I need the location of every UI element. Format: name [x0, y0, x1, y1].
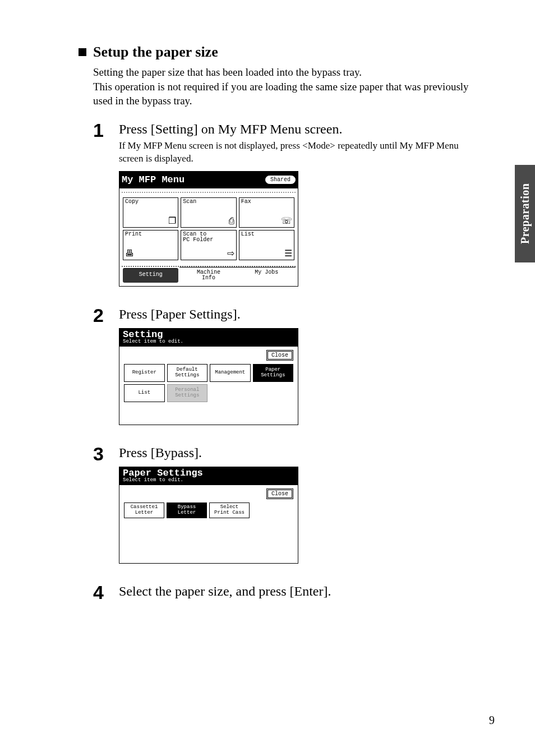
page-number: 9 [489, 714, 495, 727]
footer-my-jobs-button[interactable]: My Jobs [238, 267, 296, 284]
cell-label: Scan to PC Folder [183, 232, 234, 243]
section-heading: Setup the paper size [79, 44, 482, 61]
step-note: If My MFP Menu screen is not displayed, … [119, 140, 478, 165]
document-page: Preparation Setup the paper size Setting… [0, 0, 535, 756]
bullet-square-icon [79, 48, 86, 56]
side-tab-preparation: Preparation [515, 165, 535, 262]
section-intro: Setting the paper size that has been loa… [93, 65, 482, 108]
step-1: 1 Press [Setting] on My MFP Menu screen.… [93, 121, 482, 287]
btn-paper-settings[interactable]: Paper Settings [253, 364, 294, 382]
lcd-paper-settings: Paper Settings Select item to edit. Clos… [119, 467, 298, 564]
footer-machine-info-button[interactable]: Machine Info [179, 267, 237, 284]
cell-scan[interactable]: Scan ⎙ [181, 197, 236, 228]
cell-copy[interactable]: Copy ❐ [123, 197, 178, 228]
shared-button[interactable]: Shared [265, 176, 296, 184]
icon-grid: Copy ❐ Scan ⎙ Fax ☏ [122, 194, 296, 264]
btn-bypass[interactable]: Bypass Letter [167, 503, 207, 518]
cell-label: Fax [241, 199, 292, 205]
lcd-subtitle: Select item to edit. [123, 478, 294, 483]
close-button[interactable]: Close [266, 488, 293, 499]
paper-grid: Cassette1 Letter Bypass Letter Select Pr… [119, 501, 298, 563]
cell-fax[interactable]: Fax ☏ [239, 197, 294, 228]
step-4: 4 Select the paper size, and press [Ente… [93, 583, 482, 602]
btn-default-settings[interactable]: Default Settings [167, 364, 208, 382]
footer-setting-button[interactable]: Setting [123, 268, 178, 283]
scan-icon: ⎙ [229, 216, 234, 226]
step-title: Press [Setting] on My MFP Menu screen. [119, 121, 482, 137]
copy-icon: ❐ [168, 216, 176, 226]
cell-label: List [241, 232, 292, 238]
step-title: Press [Bypass]. [119, 444, 482, 461]
cell-scan-to-pc[interactable]: Scan to PC Folder ⇨ [181, 230, 236, 260]
lcd-footer-row: Setting Machine Info My Jobs [122, 266, 296, 284]
step-number: 3 [93, 444, 109, 463]
step-title: Press [Paper Settings]. [119, 306, 482, 322]
print-icon: 🖶 [125, 249, 134, 259]
step-3: 3 Press [Bypass]. Paper Settings Select … [93, 444, 482, 564]
folder-icon: ⇨ [227, 249, 234, 259]
lcd-my-mfp-menu: My MFP Menu Shared Copy ❐ [119, 171, 298, 287]
cell-label: Copy [125, 199, 176, 205]
close-button[interactable]: Close [266, 350, 293, 361]
lcd-header: Paper Settings Select item to edit. [119, 467, 298, 485]
step-number: 1 [93, 121, 109, 140]
lcd-header: My MFP Menu Shared [119, 172, 298, 188]
btn-list[interactable]: List [124, 384, 165, 402]
lcd-title: My MFP Menu [122, 174, 185, 185]
step-title: Select the paper size, and press [Enter]… [119, 583, 482, 600]
lcd-title: Setting [123, 330, 294, 339]
cell-list[interactable]: List ☰ [239, 230, 294, 260]
step-number: 4 [93, 583, 109, 602]
cell-print[interactable]: Print 🖶 [123, 230, 178, 260]
btn-cassette1[interactable]: Cassette1 Letter [124, 503, 164, 518]
cell-label: Print [125, 232, 176, 238]
setting-grid: Register Default Settings Management Pap… [119, 363, 298, 425]
lcd-title: Paper Settings [123, 468, 294, 478]
step-number: 2 [93, 306, 109, 325]
btn-register[interactable]: Register [124, 364, 165, 382]
fax-icon: ☏ [281, 216, 292, 226]
list-icon: ☰ [284, 249, 292, 259]
btn-personal-settings: Personal Settings [167, 384, 208, 402]
lcd-header: Setting Select item to edit. [119, 329, 298, 347]
cell-label: Scan [183, 199, 234, 205]
content-area: Setup the paper size Setting the paper s… [79, 44, 482, 616]
step-2: 2 Press [Paper Settings]. Setting Select… [93, 306, 482, 425]
lcd-setting: Setting Select item to edit. Close Regis… [119, 328, 298, 425]
lcd-subtitle: Select item to edit. [123, 339, 294, 344]
heading-text: Setup the paper size [93, 44, 218, 61]
btn-management[interactable]: Management [210, 364, 251, 382]
btn-select-print-cass[interactable]: Select Print Cass [209, 503, 250, 518]
